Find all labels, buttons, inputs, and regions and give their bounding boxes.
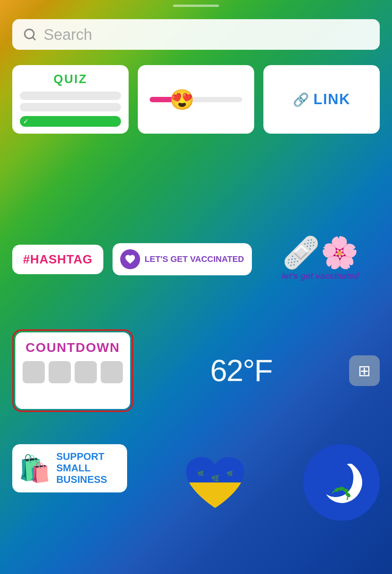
sticker-row-3: COUNTDOWN 62°F ⊞: [12, 329, 380, 412]
support-small-business-sticker[interactable]: 🛍️ SUPPORT SMALL BUSINESS: [12, 444, 127, 492]
sticker-row-2: #HASHTAG LET'S GET VACCINATED 🩹🌸 let's g…: [12, 237, 380, 281]
vaccinated-illustration-sticker[interactable]: 🩹🌸 let's get vaccinated: [261, 237, 380, 281]
countdown-sticker-highlight: COUNTDOWN: [12, 329, 133, 412]
countdown-box-3: [75, 361, 97, 383]
svg-rect-2: [186, 482, 244, 510]
link-chain-icon: 🔗: [293, 92, 309, 107]
peace-dove-sticker[interactable]: [303, 444, 380, 521]
bandage-flower-icon: 🩹🌸: [282, 237, 359, 268]
quiz-sticker[interactable]: QUIZ ✓: [12, 65, 129, 134]
add-sticker-button[interactable]: ⊞: [349, 355, 380, 386]
link-label: LINK: [314, 91, 351, 108]
search-icon: [23, 28, 37, 41]
ukraine-heart-icon: 🌿 🌿 🌿: [179, 446, 252, 519]
vaccinated-sticker-label: let's get vaccinated: [282, 271, 359, 281]
svg-text:🌿: 🌿: [211, 474, 220, 482]
countdown-box-1: [23, 361, 45, 383]
support-label: SUPPORT SMALL BUSINESS: [56, 451, 121, 486]
countdown-sticker[interactable]: COUNTDOWN: [15, 332, 130, 409]
sticker-row-4: 🛍️ SUPPORT SMALL BUSINESS 🌿 🌿 🌿: [12, 444, 380, 521]
search-bar[interactable]: Search: [12, 19, 380, 50]
quiz-option-2: [20, 103, 121, 111]
svg-point-6: [307, 448, 376, 517]
countdown-box-4: [101, 361, 123, 383]
emoji-slider-sticker[interactable]: 😍: [138, 65, 254, 134]
countdown-box-2: [49, 361, 71, 383]
quiz-title: QUIZ: [54, 72, 87, 86]
search-placeholder: Search: [44, 26, 92, 43]
countdown-boxes: [22, 361, 123, 383]
peace-dove-icon: [305, 446, 378, 519]
hashtag-label: #HASHTAG: [23, 252, 93, 267]
vaccinated-label: LET'S GET VACCINATED: [145, 254, 244, 264]
weather-sticker[interactable]: 62°F: [142, 353, 340, 388]
quiz-option-1: [20, 92, 121, 100]
vaccinated-badge-sticker[interactable]: LET'S GET VACCINATED: [113, 243, 252, 275]
link-sticker[interactable]: 🔗 LINK: [263, 65, 380, 134]
slider-emoji: 😍: [170, 90, 194, 110]
svg-text:🌿: 🌿: [227, 470, 233, 477]
add-icon: ⊞: [358, 363, 371, 378]
quiz-check-bar: ✓: [20, 116, 121, 127]
slider-track: 😍: [150, 97, 242, 102]
quiz-checkmark-icon: ✓: [23, 117, 29, 126]
hashtag-sticker[interactable]: #HASHTAG: [12, 245, 103, 274]
sticker-row-1: QUIZ ✓ 😍 🔗 LINK: [12, 65, 380, 134]
svg-text:🌿: 🌿: [198, 470, 204, 477]
countdown-title: COUNTDOWN: [22, 340, 123, 355]
ukraine-heart-sticker[interactable]: 🌿 🌿 🌿: [177, 444, 253, 521]
vaccinated-heart-icon: [120, 249, 140, 269]
svg-line-1: [33, 37, 35, 40]
handle-bar: [173, 5, 219, 7]
shopping-bag-icon: 🛍️: [18, 455, 51, 481]
